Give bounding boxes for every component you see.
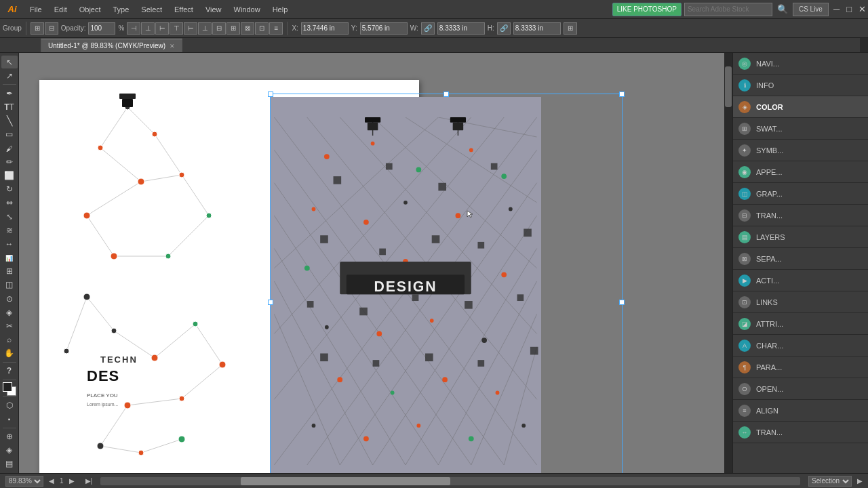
panel-links[interactable]: ⊡ LINKS (733, 291, 868, 313)
handle-top-right[interactable] (619, 92, 625, 97)
panel-tran2[interactable]: ↔ TRAN... (733, 422, 868, 443)
maximize-icon[interactable]: □ (844, 4, 854, 14)
search-input[interactable] (684, 3, 772, 16)
vertical-scrollbar[interactable] (724, 53, 732, 473)
panel-icon[interactable] (1, 458, 18, 470)
paintbrush-tool[interactable] (1, 142, 18, 155)
distribute3-icon[interactable]: ⊠ (241, 22, 254, 35)
fill-color[interactable] (3, 382, 12, 392)
hand-tool[interactable] (1, 347, 18, 360)
horizontal-scrollbar[interactable] (100, 477, 800, 485)
canvas-area[interactable]: TECHN DES PLACE YOU Lorem ipsum... (19, 53, 732, 473)
panel-appe[interactable]: ◉ APPE... (733, 161, 868, 183)
menu-help[interactable]: Help (267, 4, 294, 15)
nav-icon[interactable] (1, 444, 18, 457)
tab-close-btn[interactable]: ✕ (170, 43, 175, 49)
panel-layers[interactable]: ▤ LAYERS (733, 226, 868, 248)
handle-middle-right[interactable] (619, 300, 625, 305)
h-scrollbar-thumb[interactable] (241, 477, 451, 485)
screen-mode-icon[interactable]: ▪ (1, 412, 18, 425)
panel-tran[interactable]: ⊟ TRAN... (733, 205, 868, 226)
fill-stroke-indicator[interactable] (3, 382, 16, 394)
distribute4-icon[interactable]: ⊡ (255, 22, 269, 35)
align-center-h-icon[interactable]: ⊥ (141, 22, 155, 35)
page-input[interactable]: 1 (60, 477, 64, 485)
status-arrow-icon[interactable]: ▶ (857, 477, 863, 485)
rect-tool[interactable] (1, 128, 18, 141)
w-input[interactable] (437, 22, 485, 35)
y-input[interactable] (360, 22, 408, 35)
menu-effect[interactable]: Effect (169, 4, 199, 15)
distribute2-icon[interactable]: ⊞ (226, 22, 240, 35)
blend-tool[interactable] (1, 306, 18, 319)
panel-acti[interactable]: ▶ ACTI... (733, 270, 868, 291)
menu-window[interactable]: Window (229, 4, 266, 15)
rotate-tool[interactable] (1, 183, 18, 196)
panel-swat[interactable]: ⊞ SWAT... (733, 118, 868, 140)
minimize-icon[interactable]: ─ (831, 4, 842, 14)
question-tool[interactable] (1, 365, 18, 378)
search-icon[interactable]: 🔍 (775, 4, 790, 14)
panel-grap[interactable]: ◫ GRAP... (733, 183, 868, 205)
distribute5-icon[interactable]: ≡ (269, 22, 283, 35)
line-tool[interactable]: ╲ (1, 115, 18, 127)
status-select[interactable]: Selection (808, 476, 852, 487)
panel-color[interactable]: ◈ COLOR (733, 96, 868, 118)
opacity-input[interactable] (88, 22, 115, 35)
eraser-tool[interactable] (1, 169, 18, 182)
zoom-select[interactable]: 89.83% (5, 476, 43, 487)
pencil-tool[interactable] (1, 155, 18, 168)
pen-tool[interactable] (1, 87, 18, 100)
drawing-mode-icon[interactable] (1, 399, 18, 411)
type-tool[interactable]: T (1, 100, 18, 113)
scale-tool[interactable] (1, 210, 18, 223)
width-tool[interactable] (1, 237, 18, 250)
zoom-in-icon[interactable] (1, 430, 18, 443)
warp-tool[interactable] (1, 224, 18, 237)
link-icon[interactable]: 🔗 (421, 22, 435, 35)
gradient-tool[interactable] (1, 279, 18, 291)
active-tab[interactable]: Untitled-1* @ 89.83% (CMYK/Preview) ✕ (41, 39, 182, 52)
next-page-icon[interactable]: ▶ (69, 477, 75, 485)
workspace-button[interactable]: LIKE PHOTOSHOP (612, 3, 682, 16)
menu-type[interactable]: Type (108, 4, 135, 15)
mesh-tool[interactable] (1, 265, 18, 278)
panel-attri[interactable]: ◪ ATTRI... (733, 313, 868, 335)
x-input[interactable] (301, 22, 349, 35)
cs-live-button[interactable]: CS Live (793, 3, 829, 16)
transform-icon2[interactable]: ⊟ (45, 22, 58, 35)
distribute-icon[interactable]: ⊟ (212, 22, 226, 35)
menu-view[interactable]: View (200, 4, 227, 15)
menu-object[interactable]: Object (74, 4, 106, 15)
selection-tool[interactable] (1, 56, 18, 68)
prev-page-icon[interactable]: ◀ (49, 477, 54, 485)
panel-align[interactable]: ≡ ALIGN (733, 400, 868, 422)
panel-sepa[interactable]: ⊠ SEPA... (733, 248, 868, 270)
panel-navi[interactable]: ◎ NAVI... (733, 53, 868, 75)
panel-info[interactable]: ℹ INFO (733, 75, 868, 96)
more-icon[interactable]: ⊞ (564, 22, 577, 35)
align-right-icon[interactable]: ⊢ (155, 22, 169, 35)
page-end-icon[interactable]: ▶| (85, 477, 93, 485)
align-left-icon[interactable]: ⊣ (127, 22, 140, 35)
scissors-tool[interactable] (1, 319, 18, 332)
panel-para[interactable]: ¶ PARA... (733, 357, 868, 378)
panel-char[interactable]: A CHAR... (733, 335, 868, 357)
menu-file[interactable]: File (24, 4, 47, 15)
reflect-tool[interactable] (1, 197, 18, 209)
h-input[interactable] (513, 22, 561, 35)
close-icon[interactable]: ✕ (856, 4, 868, 14)
panel-symb[interactable]: ✦ SYMB... (733, 140, 868, 161)
direct-selection-tool[interactable] (1, 69, 18, 82)
menu-select[interactable]: Select (136, 4, 167, 15)
zoom-tool[interactable] (1, 333, 18, 346)
align-bottom-icon[interactable]: ⊥ (198, 22, 212, 35)
align-top-icon[interactable]: ⊤ (170, 22, 183, 35)
scrollbar-thumb[interactable] (725, 66, 732, 107)
transform-icon1[interactable]: ⊞ (31, 22, 44, 35)
link2-icon[interactable]: 🔗 (497, 22, 511, 35)
handle-top-middle[interactable] (443, 92, 449, 97)
align-center-v-icon[interactable]: ⊢ (184, 22, 197, 35)
menu-edit[interactable]: Edit (49, 4, 73, 15)
eyedrop-tool[interactable] (1, 292, 18, 305)
